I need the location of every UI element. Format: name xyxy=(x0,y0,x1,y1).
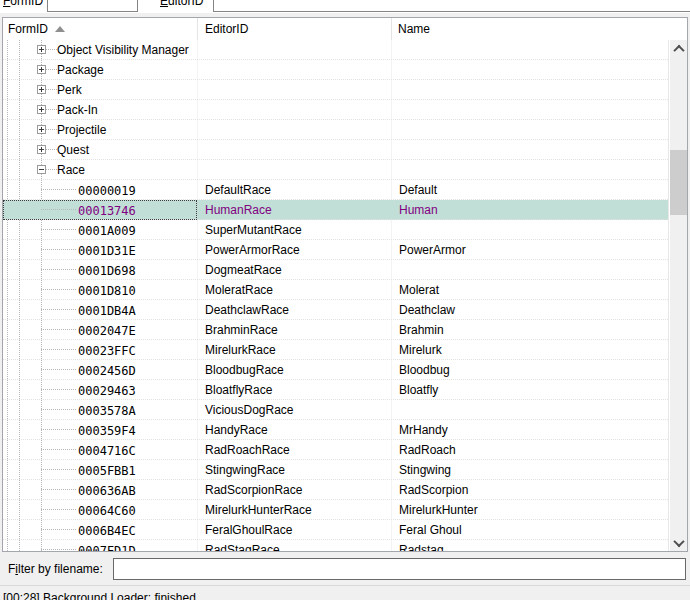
formid-cell[interactable]: 00064C60 xyxy=(78,504,136,518)
name-cell[interactable]: Bloatfly xyxy=(399,383,438,397)
formid-cell[interactable]: 0001DB4A xyxy=(78,304,136,318)
editorid-cell[interactable]: MirelurkRace xyxy=(205,343,276,357)
name-cell[interactable]: RadRoach xyxy=(399,443,456,457)
editorid-cell[interactable]: StingwingRace xyxy=(205,463,285,477)
tree-connector-line xyxy=(41,549,76,550)
name-cell[interactable]: MirelurkHunter xyxy=(399,503,478,517)
record-row-radroachrace[interactable]: 0004716CRadRoachRaceRadRoach xyxy=(3,440,668,460)
expand-icon[interactable] xyxy=(37,145,46,154)
scroll-down-button[interactable] xyxy=(670,534,687,551)
record-row-defaultrace[interactable]: 00000019DefaultRaceDefault xyxy=(3,180,668,200)
record-row-feralghoulrace[interactable]: 0006B4ECFeralGhoulRaceFeral Ghoul xyxy=(3,520,668,540)
formid-cell[interactable]: 0005FBB1 xyxy=(78,464,136,478)
editorid-cell[interactable]: MirelurkHunterRace xyxy=(205,503,312,517)
name-cell[interactable]: Default xyxy=(399,183,437,197)
record-row-radstagrace[interactable]: 0007ED1DRadStagRaceRadstag xyxy=(3,540,668,551)
filter-by-filename-input[interactable] xyxy=(113,558,686,580)
tree-item-quest[interactable]: Quest xyxy=(3,140,668,160)
name-cell[interactable]: Stingwing xyxy=(399,463,451,477)
table-header: FormID EditorID Name xyxy=(3,18,687,40)
editorid-cell[interactable]: RadStagRace xyxy=(205,543,280,551)
editorid-cell[interactable]: BloatflyRace xyxy=(205,383,272,397)
tree-item-pack-in[interactable]: Pack-In xyxy=(3,100,668,120)
tree-connector-line xyxy=(41,329,76,330)
editorid-cell[interactable]: RadScorpionRace xyxy=(205,483,302,497)
name-cell[interactable]: Mirelurk xyxy=(399,343,442,357)
editorid-cell[interactable]: PowerArmorRace xyxy=(205,243,300,257)
expand-icon[interactable] xyxy=(37,65,46,74)
expand-icon[interactable] xyxy=(37,45,46,54)
editorid-cell[interactable]: DogmeatRace xyxy=(205,263,282,277)
expand-icon[interactable] xyxy=(37,85,46,94)
record-row-handyrace[interactable]: 000359F4HandyRaceMrHandy xyxy=(3,420,668,440)
expand-icon[interactable] xyxy=(37,125,46,134)
tree-item-object-visibility-manager[interactable]: Object Visibility Manager xyxy=(3,40,668,60)
formid-cell[interactable]: 0001A009 xyxy=(78,224,136,238)
name-cell[interactable]: Human xyxy=(399,203,438,217)
editorid-cell[interactable]: BrahminRace xyxy=(205,323,278,337)
tree-item-perk[interactable]: Perk xyxy=(3,80,668,100)
name-cell[interactable]: Brahmin xyxy=(399,323,444,337)
search-bar: FormID EditorID xyxy=(0,0,690,13)
scroll-up-button[interactable] xyxy=(670,40,687,57)
name-cell[interactable]: MrHandy xyxy=(399,423,448,437)
record-row-viciousdograce[interactable]: 0003578AViciousDogRace xyxy=(3,400,668,420)
vertical-scrollbar[interactable] xyxy=(670,40,687,551)
record-row-brahminrace[interactable]: 0002047EBrahminRaceBrahmin xyxy=(3,320,668,340)
name-cell[interactable]: Bloodbug xyxy=(399,363,450,377)
record-row-bloatflyrace[interactable]: 00029463BloatflyRaceBloatfly xyxy=(3,380,668,400)
tree-item-package[interactable]: Package xyxy=(3,60,668,80)
name-cell[interactable]: RadScorpion xyxy=(399,483,468,497)
record-row-deathclawrace[interactable]: 0001DB4ADeathclawRaceDeathclaw xyxy=(3,300,668,320)
editorid-cell[interactable]: BloodbugRace xyxy=(205,363,284,377)
editorid-search-input[interactable] xyxy=(213,0,690,12)
formid-cell[interactable]: 0001D810 xyxy=(78,284,136,298)
editorid-cell[interactable]: ViciousDogRace xyxy=(205,403,294,417)
column-header-formid[interactable]: FormID xyxy=(8,18,65,40)
name-cell[interactable]: Molerat xyxy=(399,283,439,297)
name-cell[interactable]: Feral Ghoul xyxy=(399,523,462,537)
record-row-mirelurkrace[interactable]: 00023FFCMirelurkRaceMirelurk xyxy=(3,340,668,360)
expand-icon[interactable] xyxy=(37,105,46,114)
formid-search-input[interactable] xyxy=(47,0,138,12)
editorid-cell[interactable]: SuperMutantRace xyxy=(205,223,302,237)
formid-cell[interactable]: 0004716C xyxy=(78,444,136,458)
formid-cell[interactable]: 00000019 xyxy=(78,184,136,198)
record-row-bloodbugrace[interactable]: 0002456DBloodbugRaceBloodbug xyxy=(3,360,668,380)
formid-cell[interactable]: 0001D698 xyxy=(78,264,136,278)
editorid-cell[interactable]: HumanRace xyxy=(205,203,272,217)
editorid-cell[interactable]: DeathclawRace xyxy=(205,303,289,317)
record-row-radscorpionrace[interactable]: 000636ABRadScorpionRaceRadScorpion xyxy=(3,480,668,500)
name-cell[interactable]: Deathclaw xyxy=(399,303,455,317)
formid-cell[interactable]: 0007ED1D xyxy=(78,544,136,551)
formid-cell[interactable]: 0002047E xyxy=(78,324,136,338)
scrollbar-thumb[interactable] xyxy=(670,150,687,215)
collapse-icon[interactable] xyxy=(37,165,46,174)
record-row-powerarmorrace[interactable]: 0001D31EPowerArmorRacePowerArmor xyxy=(3,240,668,260)
formid-cell[interactable]: 00029463 xyxy=(78,384,136,398)
editorid-cell[interactable]: FeralGhoulRace xyxy=(205,523,292,537)
record-row-moleratrace[interactable]: 0001D810MoleratRaceMolerat xyxy=(3,280,668,300)
column-header-editorid[interactable]: EditorID xyxy=(205,18,248,40)
formid-cell[interactable]: 000359F4 xyxy=(78,424,136,438)
editorid-cell[interactable]: RadRoachRace xyxy=(205,443,290,457)
name-cell[interactable]: PowerArmor xyxy=(399,243,466,257)
name-cell[interactable]: Radstag xyxy=(399,543,444,551)
formid-cell[interactable]: 0006B4EC xyxy=(78,524,136,538)
formid-cell[interactable]: 0002456D xyxy=(78,364,136,378)
record-row-supermutantrace[interactable]: 0001A009SuperMutantRace xyxy=(3,220,668,240)
formid-cell[interactable]: 0001D31E xyxy=(78,244,136,258)
formid-cell[interactable]: 000636AB xyxy=(78,484,136,498)
record-row-humanrace[interactable]: 00013746HumanRaceHuman xyxy=(3,200,668,220)
record-row-dogmeatrace[interactable]: 0001D698DogmeatRace xyxy=(3,260,668,280)
tree-item-projectile[interactable]: Projectile xyxy=(3,120,668,140)
formid-cell[interactable]: 0003578A xyxy=(78,404,136,418)
editorid-cell[interactable]: DefaultRace xyxy=(205,183,271,197)
tree-item-race[interactable]: Race xyxy=(3,160,668,180)
record-row-mirelurkhunterrace[interactable]: 00064C60MirelurkHunterRaceMirelurkHunter xyxy=(3,500,668,520)
column-header-name[interactable]: Name xyxy=(398,18,430,40)
record-row-stingwingrace[interactable]: 0005FBB1StingwingRaceStingwing xyxy=(3,460,668,480)
editorid-cell[interactable]: MoleratRace xyxy=(205,283,273,297)
editorid-cell[interactable]: HandyRace xyxy=(205,423,268,437)
formid-cell[interactable]: 00023FFC xyxy=(78,344,136,358)
